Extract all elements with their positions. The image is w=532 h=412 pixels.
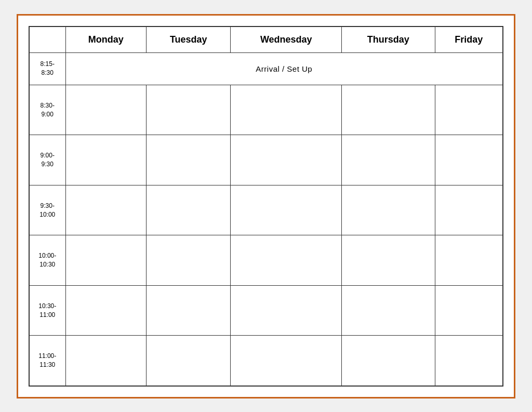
- day-cell-fri: [435, 336, 503, 386]
- day-cell-tue: [147, 235, 231, 286]
- table-row: 8:15-8:30 Arrival / Set Up: [29, 52, 503, 85]
- table-row: 8:30-9:00: [29, 85, 503, 135]
- day-cell-wed: [231, 85, 342, 135]
- header-time: [29, 26, 65, 53]
- time-cell: 11:00-11:30: [29, 336, 65, 386]
- header-monday: Monday: [65, 26, 147, 53]
- page-container: Monday Tuesday Wednesday Thursday Friday…: [17, 14, 515, 398]
- day-cell-fri: [435, 135, 503, 185]
- day-cell-thu: [342, 336, 435, 386]
- day-cell-thu: [342, 235, 435, 286]
- table-row: 9:30-10:00: [29, 185, 503, 235]
- header-tuesday: Tuesday: [147, 26, 231, 53]
- day-cell-tue: [147, 336, 231, 386]
- table-row: 10:30-11:00: [29, 285, 503, 336]
- day-cell-wed: [231, 285, 342, 336]
- day-cell-fri: [435, 285, 503, 336]
- day-cell-wed: [231, 235, 342, 286]
- day-cell-tue: [147, 285, 231, 336]
- day-cell-tue: [147, 85, 231, 135]
- arrival-cell: Arrival / Set Up: [65, 52, 503, 85]
- schedule-table: Monday Tuesday Wednesday Thursday Friday…: [29, 26, 503, 387]
- day-cell-fri: [435, 185, 503, 235]
- day-cell-mon: [65, 336, 147, 386]
- day-cell-wed: [231, 336, 342, 386]
- day-cell-thu: [342, 285, 435, 336]
- day-cell-mon: [65, 85, 147, 135]
- day-cell-mon: [65, 185, 147, 235]
- day-cell-fri: [435, 85, 503, 135]
- day-cell-tue: [147, 185, 231, 235]
- day-cell-thu: [342, 135, 435, 185]
- day-cell-thu: [342, 85, 435, 135]
- table-row: 10:00-10:30: [29, 235, 503, 286]
- time-cell: 10:00-10:30: [29, 235, 65, 286]
- day-cell-wed: [231, 135, 342, 185]
- header-thursday: Thursday: [342, 26, 435, 53]
- time-cell: 9:00-9:30: [29, 135, 65, 185]
- table-row: 11:00-11:30: [29, 336, 503, 386]
- day-cell-wed: [231, 185, 342, 235]
- time-cell: 8:30-9:00: [29, 85, 65, 135]
- time-cell: 10:30-11:00: [29, 285, 65, 336]
- time-cell: 9:30-10:00: [29, 185, 65, 235]
- day-cell-thu: [342, 185, 435, 235]
- day-cell-mon: [65, 285, 147, 336]
- day-cell-mon: [65, 135, 147, 185]
- time-cell: 8:15-8:30: [29, 52, 65, 85]
- day-cell-mon: [65, 235, 147, 286]
- day-cell-fri: [435, 235, 503, 286]
- header-wednesday: Wednesday: [231, 26, 342, 53]
- day-cell-tue: [147, 135, 231, 185]
- header-friday: Friday: [435, 26, 503, 53]
- table-row: 9:00-9:30: [29, 135, 503, 185]
